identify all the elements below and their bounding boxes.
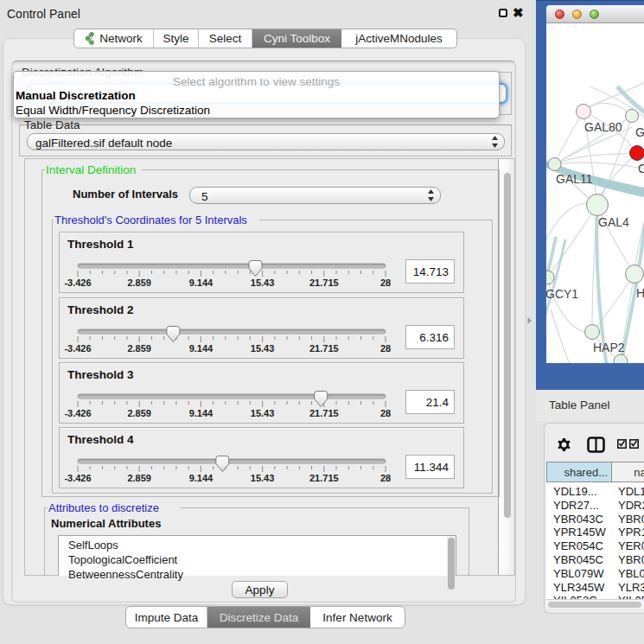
svg-text:GCY1: GCY1 xyxy=(546,287,578,301)
svg-text:C.: C. xyxy=(638,162,644,175)
svg-text:GAL11: GAL11 xyxy=(556,172,593,186)
svg-text:GAL80: GAL80 xyxy=(584,120,622,134)
svg-text:H: H xyxy=(636,286,644,300)
svg-text:HAP2: HAP2 xyxy=(593,341,625,354)
svg-text:G.: G. xyxy=(635,125,644,139)
svg-text:GAL4: GAL4 xyxy=(598,215,629,229)
